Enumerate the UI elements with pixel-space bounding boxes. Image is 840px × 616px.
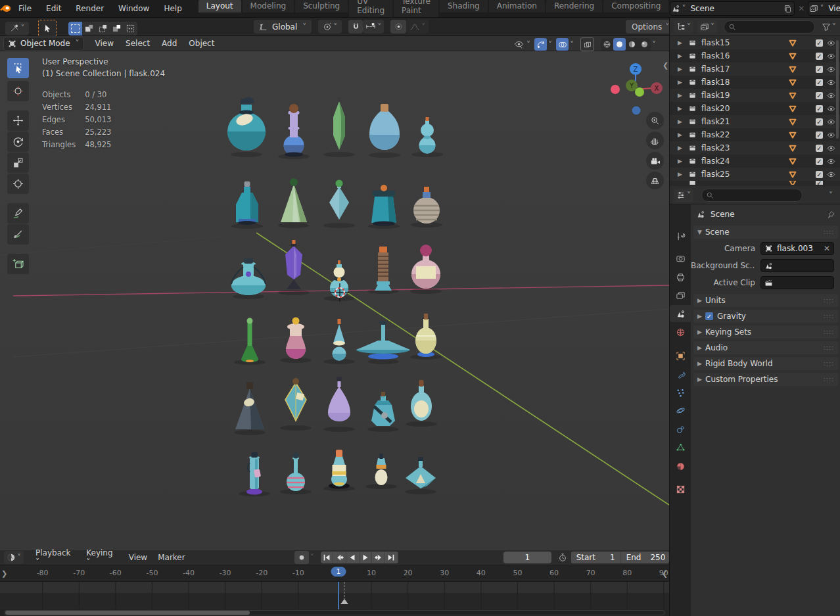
shading-wireframe[interactable] xyxy=(601,38,613,51)
outliner-row-flask19[interactable]: ▶flask19✓ xyxy=(670,89,840,102)
orthographic-button[interactable] xyxy=(646,172,664,189)
blender-logo-icon[interactable] xyxy=(0,4,11,13)
camera-view-button[interactable] xyxy=(646,152,664,170)
panel-gravity[interactable]: ▶✓Gravity:::: xyxy=(693,310,838,323)
timeline-menu-marker[interactable]: Marker xyxy=(152,553,190,562)
exclude-checkbox[interactable]: ✓ xyxy=(816,39,823,47)
outliner-scrollbar[interactable] xyxy=(836,40,839,139)
scene-name[interactable]: Scene xyxy=(686,4,781,13)
current-frame-field[interactable]: 1 xyxy=(503,552,551,563)
exclude-checkbox[interactable]: ✓ xyxy=(816,92,823,99)
hide-eye-icon[interactable] xyxy=(823,170,839,179)
properties-tab-tool[interactable] xyxy=(670,227,691,245)
properties-options-dropdown[interactable]: ˅ xyxy=(829,191,833,200)
viewport-menu-select[interactable]: Select xyxy=(120,39,156,48)
object-name[interactable]: flask21 xyxy=(701,117,770,126)
transport-play[interactable] xyxy=(360,552,373,563)
end-frame-field[interactable]: End250 xyxy=(620,552,669,563)
properties-tab-physics[interactable] xyxy=(670,402,691,419)
object-name[interactable]: flask25 xyxy=(701,170,770,179)
panel-audio[interactable]: ▶Audio:::: xyxy=(693,341,838,354)
keying-set-dropdown[interactable]: ˅ xyxy=(310,553,314,562)
properties-tab-world[interactable] xyxy=(670,323,691,341)
object-name[interactable]: flask16 xyxy=(701,51,770,60)
properties-editor-dropdown[interactable]: ˅ xyxy=(674,189,693,202)
select-tool-button[interactable] xyxy=(38,20,57,37)
xray-toggle[interactable] xyxy=(580,37,594,51)
properties-tab-object[interactable] xyxy=(670,347,691,364)
outliner-row-flask15[interactable]: ▶flask15✓ xyxy=(670,36,840,49)
exclude-checkbox[interactable]: ✓ xyxy=(816,131,823,139)
timeline-menu-view[interactable]: View xyxy=(124,553,152,562)
current-frame-badge[interactable]: 1 xyxy=(331,567,346,577)
exclude-checkbox[interactable]: ✓ xyxy=(816,53,823,60)
panel-custom-properties[interactable]: ▶Custom Properties:::: xyxy=(693,373,838,386)
timeline-menu-keying[interactable]: Keying ˅ xyxy=(81,548,123,567)
timeline-ruler[interactable]: ❯ ❮ -80-70-60-50-40-30-20-10102030405060… xyxy=(0,565,669,582)
menu-edit[interactable]: Edit xyxy=(39,4,68,13)
object-name[interactable]: flask24 xyxy=(701,156,770,166)
viewport-menu-add[interactable]: Add xyxy=(156,39,183,48)
expand-arrow-icon[interactable]: ▶ xyxy=(678,171,686,178)
show-overlays-toggle[interactable] xyxy=(556,38,569,51)
viewport-menu-view[interactable]: View xyxy=(89,39,120,48)
proportional-editing-toggle[interactable] xyxy=(390,20,406,34)
tool-add-cube[interactable] xyxy=(7,254,29,274)
auto-keying-toggle[interactable] xyxy=(294,551,309,564)
object-name[interactable]: flask15 xyxy=(701,38,770,47)
workspace-tab-compositing[interactable]: Compositing xyxy=(603,0,668,12)
expand-arrow-icon[interactable]: ▶ xyxy=(678,118,686,125)
timeline-track-area[interactable] xyxy=(0,582,669,609)
properties-tab-view-layer[interactable] xyxy=(670,287,691,304)
tool-move[interactable] xyxy=(7,110,29,131)
workspace-tab-modeling[interactable]: Modeling xyxy=(243,0,294,12)
show-gizmo-toggle[interactable] xyxy=(534,38,547,51)
shading-material[interactable] xyxy=(626,38,638,51)
properties-tab-object-data[interactable] xyxy=(670,438,691,456)
outliner-filter-dropdown[interactable]: ˅ xyxy=(822,22,836,32)
expand-arrow-icon[interactable]: ▶ xyxy=(678,105,686,112)
start-frame-field[interactable]: Start1 xyxy=(571,552,620,563)
scene-icon[interactable]: ˅ xyxy=(670,4,686,13)
panel-units[interactable]: ▶Units:::: xyxy=(693,294,838,307)
properties-tab-texture[interactable] xyxy=(670,481,691,498)
outliner-row-flask20[interactable]: ▶flask20✓ xyxy=(670,102,840,115)
view-layer-name[interactable]: View Layer xyxy=(824,4,840,13)
timeline-menu-playback[interactable]: Playback ˅ xyxy=(30,548,81,567)
exclude-checkbox[interactable]: ✓ xyxy=(816,66,823,73)
panel-rigid-body-world[interactable]: ▶Rigid Body World:::: xyxy=(693,357,838,370)
object-name[interactable]: flask19 xyxy=(701,91,770,100)
pan-button[interactable] xyxy=(646,131,664,149)
expand-arrow-icon[interactable]: ▶ xyxy=(678,66,686,72)
expand-arrow-icon[interactable]: ▶ xyxy=(678,39,686,46)
transport-play-reverse[interactable] xyxy=(346,552,360,563)
transform-orientation-dropdown[interactable]: Global˅ xyxy=(254,20,312,34)
properties-tab-material[interactable] xyxy=(670,458,691,475)
object-name[interactable]: flask23 xyxy=(701,143,770,153)
scene-panel-header[interactable]: ▼ Scene :::: xyxy=(693,225,838,239)
exclude-checkbox[interactable]: ✓ xyxy=(816,79,823,86)
viewport-menu-object[interactable]: Object xyxy=(183,39,220,48)
background-scene-field[interactable] xyxy=(760,259,834,272)
outliner-library-dropdown[interactable]: ˅ xyxy=(697,20,717,34)
object-name[interactable]: flask22 xyxy=(701,130,770,139)
properties-tab-render[interactable] xyxy=(670,250,691,267)
exclude-checkbox[interactable]: ✓ xyxy=(816,118,823,126)
use-preview-range-icon[interactable] xyxy=(558,553,567,562)
zoom-button[interactable] xyxy=(646,112,664,130)
outliner-display-mode-dropdown[interactable]: ˅ xyxy=(674,20,693,34)
menu-file[interactable]: File xyxy=(11,4,39,13)
expand-arrow-icon[interactable]: ▶ xyxy=(678,131,686,138)
exclude-checkbox[interactable]: ✓ xyxy=(816,145,823,152)
properties-tab-constraints[interactable] xyxy=(670,421,691,438)
properties-tab-output[interactable] xyxy=(670,268,691,285)
select-mode-subtract[interactable] xyxy=(96,22,110,36)
transport-jump-start[interactable] xyxy=(321,552,334,563)
outliner-search-input[interactable] xyxy=(724,20,815,34)
select-mode-invert[interactable] xyxy=(110,22,124,36)
menu-window[interactable]: Window xyxy=(111,4,156,13)
tool-transform[interactable] xyxy=(7,174,29,194)
mode-dropdown[interactable]: Object Mode˅ xyxy=(3,37,84,51)
exclude-checkbox[interactable]: ✓ xyxy=(816,171,823,178)
select-mode-extend[interactable] xyxy=(82,22,96,36)
